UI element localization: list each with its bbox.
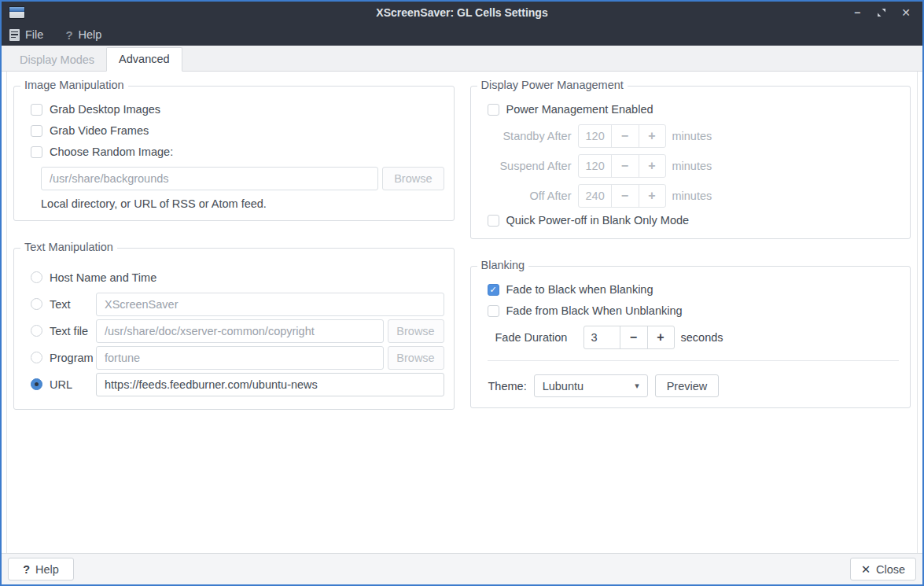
fade-duration-decrement-button[interactable]: − <box>620 326 647 348</box>
help-button[interactable]: ? Help <box>8 558 74 580</box>
text-file-radio[interactable] <box>31 325 42 337</box>
suspend-after-value[interactable]: 120 <box>579 155 612 177</box>
text-file-radio-row[interactable]: Text file <box>31 325 96 337</box>
menu-help-label: Help <box>79 28 102 41</box>
text-file-label: Text file <box>50 325 88 337</box>
blanking-group: Blanking ✓ Fade to Black when Blanking F… <box>470 266 911 408</box>
text-source-text-row: Text <box>31 292 444 316</box>
image-browse-button[interactable]: Browse <box>382 167 444 190</box>
url-radio-row[interactable]: URL <box>31 378 96 391</box>
text-input[interactable] <box>96 293 444 316</box>
fade-from-black-checkbox-row[interactable]: Fade from Black When Unblanking <box>488 304 901 317</box>
suspend-after-unit: minutes <box>672 160 712 172</box>
minimize-button[interactable]: − <box>850 6 864 20</box>
off-after-increment-button[interactable]: + <box>639 185 665 207</box>
grab-desktop-checkbox[interactable] <box>31 104 42 116</box>
suspend-after-label: Suspend After <box>495 160 572 172</box>
standby-after-label: Standby After <box>495 130 572 142</box>
choose-random-checkbox-row[interactable]: Choose Random Image: <box>31 146 444 158</box>
text-file-input[interactable] <box>96 319 384 343</box>
host-name-radio[interactable] <box>31 271 42 283</box>
xscreensaver-settings-window: XScreenSaver: GL Cells Settings − ✕ File… <box>0 0 924 586</box>
footer-bar: ? Help ✕ Close <box>2 553 922 584</box>
off-after-spinbox: 240 − + <box>578 184 666 208</box>
power-management-checkbox-row[interactable]: Power Management Enabled <box>488 103 901 116</box>
image-directory-input[interactable] <box>41 167 378 190</box>
text-label: Text <box>50 298 71 311</box>
off-after-row: Off After 240 − + minutes <box>495 184 901 208</box>
window-title: XScreenSaver: GL Cells Settings <box>2 6 922 19</box>
standby-after-row: Standby After 120 − + minutes <box>495 124 901 148</box>
grab-desktop-label: Grab Desktop Images <box>50 103 160 116</box>
checkmark-icon: ✓ <box>489 285 496 295</box>
text-source-url-row: URL <box>31 372 444 396</box>
close-dialog-button[interactable]: ✕ Close <box>850 558 916 580</box>
menu-file[interactable]: File <box>9 28 43 41</box>
image-directory-row: Browse <box>41 167 444 190</box>
window-icon <box>9 6 25 19</box>
restore-icon <box>877 8 886 17</box>
fade-duration-value[interactable]: 3 <box>584 326 620 348</box>
standby-after-increment-button[interactable]: + <box>639 125 665 147</box>
window-controls: − ✕ <box>850 2 913 24</box>
file-document-icon <box>9 29 20 41</box>
fade-to-black-label: Fade to Black when Blanking <box>506 283 653 296</box>
host-name-radio-row[interactable]: Host Name and Time <box>31 271 156 284</box>
theme-row: Theme: Lubuntu ▾ Preview <box>488 374 901 397</box>
host-name-label: Host Name and Time <box>50 271 156 284</box>
suspend-after-decrement-button[interactable]: − <box>612 155 639 177</box>
fade-duration-row: Fade Duration 3 − + seconds <box>495 326 901 349</box>
group-title: Display Power Management <box>477 79 628 91</box>
url-label: URL <box>50 378 72 391</box>
chevron-down-icon: ▾ <box>635 381 639 391</box>
titlebar[interactable]: XScreenSaver: GL Cells Settings − ✕ <box>2 2 922 24</box>
quick-poweroff-checkbox-row[interactable]: Quick Power-off in Blank Only Mode <box>488 214 901 227</box>
standby-after-decrement-button[interactable]: − <box>612 125 639 147</box>
fade-to-black-checkbox[interactable]: ✓ <box>488 284 499 296</box>
grab-video-checkbox-row[interactable]: Grab Video Frames <box>31 124 444 137</box>
help-question-icon: ? <box>23 563 30 576</box>
close-button[interactable]: ✕ <box>899 6 913 20</box>
url-radio[interactable] <box>31 378 42 390</box>
help-button-label: Help <box>35 563 59 576</box>
quick-poweroff-label: Quick Power-off in Blank Only Mode <box>506 214 690 227</box>
url-input[interactable] <box>96 373 444 396</box>
suspend-after-row: Suspend After 120 − + minutes <box>495 154 901 178</box>
theme-dropdown[interactable]: Lubuntu ▾ <box>534 374 648 397</box>
tab-advanced[interactable]: Advanced <box>106 47 182 72</box>
program-input[interactable] <box>96 346 384 370</box>
standby-after-value[interactable]: 120 <box>579 125 612 147</box>
fade-from-black-checkbox[interactable] <box>488 305 499 317</box>
program-label: Program <box>50 352 94 364</box>
tab-bar: Display Modes Advanced <box>2 46 922 72</box>
text-file-browse-button[interactable]: Browse <box>388 319 444 343</box>
suspend-after-spinbox: 120 − + <box>578 154 666 178</box>
image-manipulation-group: Image Manipulation Grab Desktop Images G… <box>13 86 455 221</box>
choose-random-checkbox[interactable] <box>31 146 42 158</box>
menubar: File ? Help <box>2 24 922 46</box>
power-management-checkbox[interactable] <box>488 104 499 116</box>
suspend-after-increment-button[interactable]: + <box>639 155 665 177</box>
blanking-separator <box>488 360 900 361</box>
text-radio[interactable] <box>31 298 42 310</box>
restore-button[interactable] <box>874 6 889 20</box>
fade-to-black-checkbox-row[interactable]: ✓ Fade to Black when Blanking <box>488 283 901 296</box>
fade-duration-unit: seconds <box>681 331 723 344</box>
text-radio-row[interactable]: Text <box>31 298 96 311</box>
quick-poweroff-checkbox[interactable] <box>488 215 499 227</box>
program-radio-row[interactable]: Program <box>31 352 96 364</box>
fade-duration-increment-button[interactable]: + <box>647 326 674 348</box>
menu-help[interactable]: ? Help <box>65 28 101 42</box>
preview-button[interactable]: Preview <box>655 374 720 397</box>
off-after-value[interactable]: 240 <box>579 185 612 207</box>
right-column: Display Power Management Power Managemen… <box>470 79 911 408</box>
grab-desktop-checkbox-row[interactable]: Grab Desktop Images <box>31 103 444 116</box>
program-radio[interactable] <box>31 352 42 363</box>
left-column: Image Manipulation Grab Desktop Images G… <box>13 79 455 410</box>
group-title: Text Manipulation <box>20 241 117 253</box>
grab-video-label: Grab Video Frames <box>50 124 149 137</box>
program-browse-button[interactable]: Browse <box>388 346 444 370</box>
grab-video-checkbox[interactable] <box>31 125 42 137</box>
off-after-decrement-button[interactable]: − <box>612 185 639 207</box>
tab-display-modes[interactable]: Display Modes <box>8 49 106 72</box>
